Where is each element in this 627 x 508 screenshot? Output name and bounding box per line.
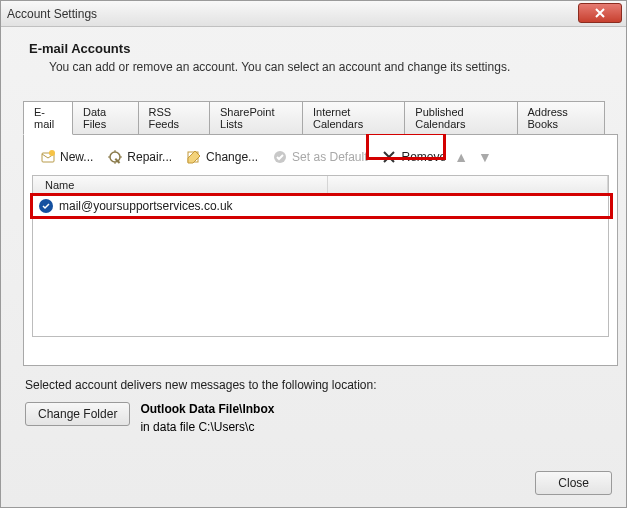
tab-address-books[interactable]: Address Books	[517, 101, 605, 134]
svg-point-1	[49, 150, 55, 156]
window-title: Account Settings	[7, 7, 97, 21]
close-button[interactable]: Close	[535, 471, 612, 495]
tab-published-calendars[interactable]: Published Calendars	[404, 101, 517, 134]
delivery-location: Outlook Data File\Inbox in data file C:\…	[140, 402, 274, 434]
toolbar-new-button[interactable]: New...	[34, 147, 99, 167]
tab-data-files[interactable]: Data Files	[72, 101, 139, 134]
highlight-remove	[366, 132, 446, 160]
toolbar-change-button[interactable]: Change...	[180, 147, 264, 167]
page-title: E-mail Accounts	[29, 41, 608, 56]
delivery-location-path: in data file C:\Users\c	[140, 420, 274, 434]
repair-icon	[107, 149, 123, 165]
change-folder-button[interactable]: Change Folder	[25, 402, 130, 426]
tab-sharepoint-lists[interactable]: SharePoint Lists	[209, 101, 303, 134]
new-icon	[40, 149, 56, 165]
move-up-icon: ▲	[454, 149, 468, 165]
tabs-container: E-mail Data Files RSS Feeds SharePoint L…	[19, 100, 608, 366]
content-area: E-mail Accounts You can add or remove an…	[1, 27, 626, 366]
page-description: You can add or remove an account. You ca…	[49, 60, 608, 74]
tab-panel-email: New... Repair... Change...	[23, 134, 618, 366]
tab-rss-feeds[interactable]: RSS Feeds	[138, 101, 211, 134]
tab-strip: E-mail Data Files RSS Feeds SharePoint L…	[23, 100, 604, 134]
move-down-icon: ▼	[478, 149, 492, 165]
dialog-buttons: Close	[535, 471, 612, 495]
toolbar: New... Repair... Change...	[32, 145, 609, 175]
delivery-label: Selected account delivers new messages t…	[25, 378, 608, 392]
delivery-area: Selected account delivers new messages t…	[1, 366, 626, 434]
tab-internet-calendars[interactable]: Internet Calendars	[302, 101, 405, 134]
tab-email[interactable]: E-mail	[23, 101, 73, 135]
accounts-list: Name mail@yoursupportservices.co.uk	[32, 175, 609, 337]
toolbar-set-default-button: Set as Default	[266, 147, 373, 167]
account-settings-window: Account Settings E-mail Accounts You can…	[0, 0, 627, 508]
titlebar: Account Settings	[1, 1, 626, 27]
change-icon	[186, 149, 202, 165]
window-close-button[interactable]	[578, 3, 622, 23]
highlight-account-row	[30, 193, 613, 219]
check-circle-icon	[272, 149, 288, 165]
toolbar-repair-button[interactable]: Repair...	[101, 147, 178, 167]
close-icon	[594, 8, 606, 18]
delivery-location-title: Outlook Data File\Inbox	[140, 402, 274, 416]
